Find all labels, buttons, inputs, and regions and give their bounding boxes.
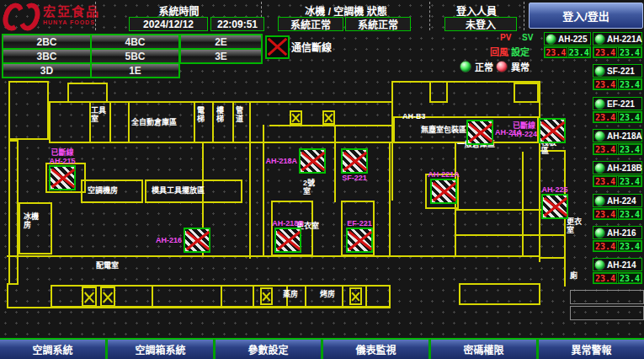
sv-value: 23.4 bbox=[618, 273, 641, 283]
unit-name: AH-218B bbox=[607, 163, 642, 173]
unit-name: SF-221 bbox=[607, 67, 635, 76]
unit-values-ah-218a: 23.423.4 bbox=[593, 143, 642, 155]
unit-name: AH-218A bbox=[607, 131, 642, 141]
green-led-icon bbox=[594, 196, 605, 206]
unit-ah-225[interactable]: AH-225 bbox=[544, 32, 591, 46]
unit-name: AH-225 bbox=[558, 35, 587, 44]
ahu-status-panel: AH-22523.423.4AH-221A23.423.4SF-22123.42… bbox=[0, 0, 644, 337]
unit-ah-216[interactable]: AH-216 bbox=[593, 226, 642, 239]
unit-name: EF-221 bbox=[607, 99, 635, 109]
pv-value: 23.4 bbox=[593, 209, 617, 219]
pv-value: 23.4 bbox=[593, 79, 617, 89]
pv-value: 23.4 bbox=[593, 273, 617, 283]
green-led-icon bbox=[546, 34, 556, 45]
unit-name: AH-224 bbox=[607, 196, 636, 206]
nav-button-異常警報[interactable]: 異常警報 bbox=[539, 340, 644, 359]
sv-value: 23.4 bbox=[618, 112, 641, 122]
unit-name: AH-216 bbox=[607, 228, 636, 238]
unit-ah-218b[interactable]: AH-218B bbox=[593, 161, 642, 174]
unit-ef-221[interactable]: EF-221 bbox=[593, 97, 642, 110]
unit-values-sf-221: 23.423.4 bbox=[593, 78, 642, 90]
green-led-icon bbox=[594, 163, 605, 174]
unit-ah-221a[interactable]: AH-221A bbox=[593, 32, 642, 46]
sv-value: 23.4 bbox=[618, 79, 641, 89]
pv-value: 23.4 bbox=[593, 112, 617, 122]
unit-name: AH-221A bbox=[607, 35, 642, 44]
green-led-icon bbox=[594, 34, 605, 45]
nav-button-參數設定[interactable]: 參數設定 bbox=[216, 340, 321, 359]
green-led-icon bbox=[594, 99, 605, 110]
pv-value: 23.4 bbox=[545, 47, 567, 57]
unit-name: AH-214 bbox=[607, 260, 636, 270]
sv-value: 23.4 bbox=[568, 47, 591, 57]
pv-value: 23.4 bbox=[593, 176, 617, 186]
unit-values-ah-221a: 23.423.4 bbox=[593, 46, 642, 58]
unit-ah-218a[interactable]: AH-218A bbox=[593, 129, 642, 142]
sv-value: 23.4 bbox=[618, 241, 641, 251]
empty-unit-slot bbox=[570, 306, 644, 320]
nav-button-儀表監視[interactable]: 儀表監視 bbox=[323, 340, 428, 359]
bottom-nav: 空調系統空調箱系統參數設定儀表監視密碼權限異常警報 bbox=[0, 338, 644, 359]
unit-values-ah-218b: 23.423.4 bbox=[593, 175, 642, 187]
pv-value: 23.4 bbox=[593, 241, 617, 251]
unit-values-ah-214: 23.423.4 bbox=[593, 272, 642, 284]
green-led-icon bbox=[594, 228, 605, 238]
nav-button-空調系統[interactable]: 空調系統 bbox=[0, 340, 105, 359]
hmi-screen: 宏亞食品 HUNYA FOODS 系統時間 2024/12/12 22:09:5… bbox=[0, 0, 644, 359]
green-led-icon bbox=[594, 66, 605, 77]
nav-button-空調箱系統[interactable]: 空調箱系統 bbox=[108, 340, 213, 359]
unit-sf-221[interactable]: SF-221 bbox=[593, 64, 642, 78]
sv-value: 23.4 bbox=[618, 47, 641, 57]
unit-values-ah-225: 23.423.4 bbox=[544, 46, 591, 58]
unit-ah-224[interactable]: AH-224 bbox=[593, 194, 642, 207]
empty-unit-slot bbox=[570, 290, 644, 304]
unit-values-ah-224: 23.423.4 bbox=[593, 208, 642, 220]
unit-values-ef-221: 23.423.4 bbox=[593, 111, 642, 123]
pv-value: 23.4 bbox=[593, 47, 617, 57]
green-led-icon bbox=[594, 131, 605, 142]
nav-button-密碼權限[interactable]: 密碼權限 bbox=[431, 340, 536, 359]
unit-ah-214[interactable]: AH-214 bbox=[593, 258, 642, 271]
pv-value: 23.4 bbox=[593, 144, 617, 154]
sv-value: 23.4 bbox=[618, 144, 641, 154]
green-led-icon bbox=[594, 260, 605, 271]
unit-values-ah-216: 23.423.4 bbox=[593, 240, 642, 252]
sv-value: 23.4 bbox=[618, 209, 641, 219]
sv-value: 23.4 bbox=[618, 176, 641, 186]
